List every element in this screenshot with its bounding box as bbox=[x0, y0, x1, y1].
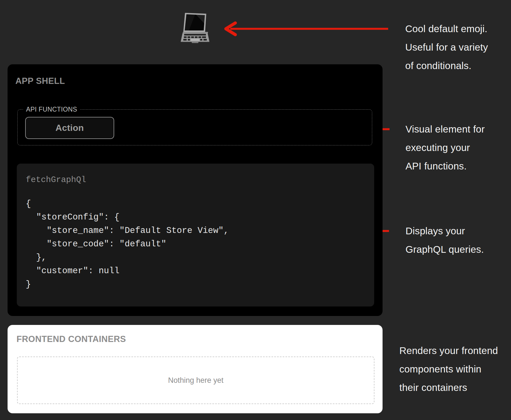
laptop-emoji-icon bbox=[181, 12, 210, 44]
frontend-containers-title: FRONTEND CONTAINERS bbox=[17, 334, 126, 344]
annotation-graphql: Displays your GraphQL queries. bbox=[405, 222, 506, 259]
action-button[interactable]: Action bbox=[25, 117, 114, 139]
frontend-empty-container: Nothing here yet bbox=[17, 357, 374, 404]
annotation-containers: Renders your frontend components within … bbox=[399, 341, 506, 397]
annotation-emoji: Cool default emoji. Useful for a variety… bbox=[405, 20, 506, 75]
app-shell-title: APP SHELL bbox=[15, 76, 65, 86]
graphql-query-viewer: fetchGraphQl { "storeConfig": { "store_n… bbox=[17, 164, 374, 306]
frontend-containers-panel: FRONTEND CONTAINERS Nothing here yet bbox=[8, 325, 383, 413]
app-shell-panel: APP SHELL API FUNCTIONS Action fetchGrap… bbox=[8, 64, 383, 316]
arrow-to-emoji bbox=[222, 21, 389, 37]
annotation-action: Visual element for executing your API fu… bbox=[405, 120, 506, 175]
api-functions-legend: API FUNCTIONS bbox=[23, 106, 80, 113]
empty-state-text: Nothing here yet bbox=[168, 376, 223, 385]
graphql-result-json: { "storeConfig": { "store_name": "Defaul… bbox=[26, 197, 364, 291]
graphql-function-name: fetchGraphQl bbox=[26, 175, 364, 185]
